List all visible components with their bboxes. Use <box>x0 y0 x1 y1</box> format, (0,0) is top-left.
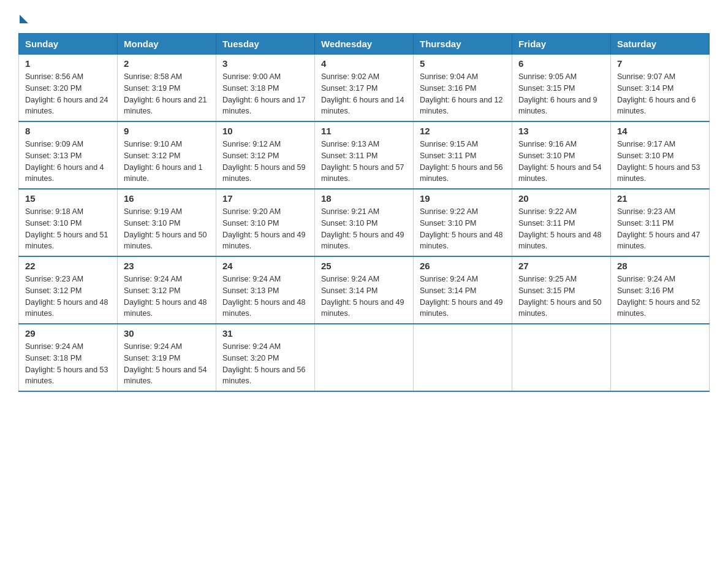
day-number: 16 <box>124 193 210 204</box>
day-number: 31 <box>222 328 308 339</box>
calendar-cell: 6Sunrise: 9:05 AMSunset: 3:15 PMDaylight… <box>512 55 611 122</box>
day-info: Sunrise: 9:12 AMSunset: 3:12 PMDaylight:… <box>222 139 308 185</box>
calendar-cell: 29Sunrise: 9:24 AMSunset: 3:18 PMDayligh… <box>19 324 118 391</box>
day-info: Sunrise: 8:58 AMSunset: 3:19 PMDaylight:… <box>124 71 210 117</box>
calendar-cell <box>512 324 611 391</box>
calendar-cell: 28Sunrise: 9:24 AMSunset: 3:16 PMDayligh… <box>611 256 710 324</box>
calendar-table: SundayMondayTuesdayWednesdayThursdayFrid… <box>18 33 710 392</box>
day-info: Sunrise: 9:15 AMSunset: 3:11 PMDaylight:… <box>420 139 506 185</box>
day-info: Sunrise: 9:22 AMSunset: 3:11 PMDaylight:… <box>518 206 604 252</box>
day-number: 7 <box>617 58 703 69</box>
calendar-cell <box>414 324 512 391</box>
day-number: 12 <box>420 126 506 136</box>
week-row-4: 22Sunrise: 9:23 AMSunset: 3:12 PMDayligh… <box>19 256 710 324</box>
day-info: Sunrise: 9:25 AMSunset: 3:15 PMDaylight:… <box>518 274 604 320</box>
calendar-cell: 1Sunrise: 8:56 AMSunset: 3:20 PMDaylight… <box>19 55 118 122</box>
calendar-cell <box>315 324 414 391</box>
calendar-cell: 20Sunrise: 9:22 AMSunset: 3:11 PMDayligh… <box>512 189 611 256</box>
day-number: 17 <box>222 193 308 204</box>
day-number: 6 <box>518 58 604 69</box>
day-number: 21 <box>617 193 703 204</box>
day-number: 4 <box>321 58 407 69</box>
day-number: 26 <box>420 261 506 271</box>
day-info: Sunrise: 9:05 AMSunset: 3:15 PMDaylight:… <box>518 71 604 117</box>
calendar-cell: 27Sunrise: 9:25 AMSunset: 3:15 PMDayligh… <box>512 256 611 324</box>
day-number: 10 <box>222 126 308 136</box>
day-number: 15 <box>25 193 111 204</box>
day-info: Sunrise: 9:24 AMSunset: 3:16 PMDaylight:… <box>617 274 703 320</box>
day-number: 8 <box>25 126 111 136</box>
week-row-1: 1Sunrise: 8:56 AMSunset: 3:20 PMDaylight… <box>19 55 710 122</box>
day-number: 19 <box>420 193 506 204</box>
day-info: Sunrise: 9:23 AMSunset: 3:12 PMDaylight:… <box>25 274 111 320</box>
header-tuesday: Tuesday <box>216 34 315 55</box>
day-number: 24 <box>222 261 308 271</box>
logo-arrow-icon <box>20 15 28 23</box>
calendar-cell: 12Sunrise: 9:15 AMSunset: 3:11 PMDayligh… <box>414 121 512 189</box>
calendar-cell: 24Sunrise: 9:24 AMSunset: 3:13 PMDayligh… <box>216 256 315 324</box>
day-info: Sunrise: 9:24 AMSunset: 3:19 PMDaylight:… <box>124 341 210 387</box>
calendar-cell: 14Sunrise: 9:17 AMSunset: 3:10 PMDayligh… <box>611 121 710 189</box>
day-number: 25 <box>321 261 407 271</box>
header-thursday: Thursday <box>414 34 512 55</box>
calendar-cell: 8Sunrise: 9:09 AMSunset: 3:13 PMDaylight… <box>19 121 118 189</box>
day-number: 13 <box>518 126 604 136</box>
calendar-cell: 18Sunrise: 9:21 AMSunset: 3:10 PMDayligh… <box>315 189 414 256</box>
day-number: 18 <box>321 193 407 204</box>
day-info: Sunrise: 9:10 AMSunset: 3:12 PMDaylight:… <box>124 139 210 185</box>
day-number: 9 <box>124 126 210 136</box>
week-row-3: 15Sunrise: 9:18 AMSunset: 3:10 PMDayligh… <box>19 189 710 256</box>
day-number: 23 <box>124 261 210 271</box>
calendar-cell: 19Sunrise: 9:22 AMSunset: 3:10 PMDayligh… <box>414 189 512 256</box>
header-friday: Friday <box>512 34 611 55</box>
calendar-cell: 3Sunrise: 9:00 AMSunset: 3:18 PMDaylight… <box>216 55 315 122</box>
day-number: 30 <box>124 328 210 339</box>
calendar-cell: 9Sunrise: 9:10 AMSunset: 3:12 PMDaylight… <box>118 121 216 189</box>
day-info: Sunrise: 9:22 AMSunset: 3:10 PMDaylight:… <box>420 206 506 252</box>
calendar-cell: 30Sunrise: 9:24 AMSunset: 3:19 PMDayligh… <box>118 324 216 391</box>
week-row-5: 29Sunrise: 9:24 AMSunset: 3:18 PMDayligh… <box>19 324 710 391</box>
day-info: Sunrise: 9:24 AMSunset: 3:20 PMDaylight:… <box>222 341 308 387</box>
calendar-cell: 31Sunrise: 9:24 AMSunset: 3:20 PMDayligh… <box>216 324 315 391</box>
day-info: Sunrise: 8:56 AMSunset: 3:20 PMDaylight:… <box>25 71 111 117</box>
day-info: Sunrise: 9:21 AMSunset: 3:10 PMDaylight:… <box>321 206 407 252</box>
day-info: Sunrise: 9:17 AMSunset: 3:10 PMDaylight:… <box>617 139 703 185</box>
day-info: Sunrise: 9:20 AMSunset: 3:10 PMDaylight:… <box>222 206 308 252</box>
calendar-cell: 16Sunrise: 9:19 AMSunset: 3:10 PMDayligh… <box>118 189 216 256</box>
calendar-cell: 23Sunrise: 9:24 AMSunset: 3:12 PMDayligh… <box>118 256 216 324</box>
header-monday: Monday <box>118 34 216 55</box>
calendar-cell: 10Sunrise: 9:12 AMSunset: 3:12 PMDayligh… <box>216 121 315 189</box>
calendar-cell: 13Sunrise: 9:16 AMSunset: 3:10 PMDayligh… <box>512 121 611 189</box>
page-header <box>18 12 710 21</box>
header-wednesday: Wednesday <box>315 34 414 55</box>
logo <box>18 12 28 21</box>
calendar-cell: 17Sunrise: 9:20 AMSunset: 3:10 PMDayligh… <box>216 189 315 256</box>
day-number: 14 <box>617 126 703 136</box>
day-number: 29 <box>25 328 111 339</box>
day-info: Sunrise: 9:13 AMSunset: 3:11 PMDaylight:… <box>321 139 407 185</box>
calendar-cell: 4Sunrise: 9:02 AMSunset: 3:17 PMDaylight… <box>315 55 414 122</box>
day-number: 22 <box>25 261 111 271</box>
day-number: 20 <box>518 193 604 204</box>
calendar-cell: 21Sunrise: 9:23 AMSunset: 3:11 PMDayligh… <box>611 189 710 256</box>
day-number: 2 <box>124 58 210 69</box>
header-sunday: Sunday <box>19 34 118 55</box>
day-info: Sunrise: 9:19 AMSunset: 3:10 PMDaylight:… <box>124 206 210 252</box>
day-number: 3 <box>222 58 308 69</box>
header-saturday: Saturday <box>611 34 710 55</box>
day-info: Sunrise: 9:07 AMSunset: 3:14 PMDaylight:… <box>617 71 703 117</box>
day-number: 5 <box>420 58 506 69</box>
day-number: 27 <box>518 261 604 271</box>
day-info: Sunrise: 9:23 AMSunset: 3:11 PMDaylight:… <box>617 206 703 252</box>
day-info: Sunrise: 9:00 AMSunset: 3:18 PMDaylight:… <box>222 71 308 117</box>
day-info: Sunrise: 9:16 AMSunset: 3:10 PMDaylight:… <box>518 139 604 185</box>
calendar-cell: 15Sunrise: 9:18 AMSunset: 3:10 PMDayligh… <box>19 189 118 256</box>
calendar-cell: 25Sunrise: 9:24 AMSunset: 3:14 PMDayligh… <box>315 256 414 324</box>
day-info: Sunrise: 9:02 AMSunset: 3:17 PMDaylight:… <box>321 71 407 117</box>
day-info: Sunrise: 9:09 AMSunset: 3:13 PMDaylight:… <box>25 139 111 185</box>
calendar-cell: 11Sunrise: 9:13 AMSunset: 3:11 PMDayligh… <box>315 121 414 189</box>
day-info: Sunrise: 9:18 AMSunset: 3:10 PMDaylight:… <box>25 206 111 252</box>
day-info: Sunrise: 9:24 AMSunset: 3:14 PMDaylight:… <box>321 274 407 320</box>
calendar-cell: 7Sunrise: 9:07 AMSunset: 3:14 PMDaylight… <box>611 55 710 122</box>
calendar-cell: 22Sunrise: 9:23 AMSunset: 3:12 PMDayligh… <box>19 256 118 324</box>
